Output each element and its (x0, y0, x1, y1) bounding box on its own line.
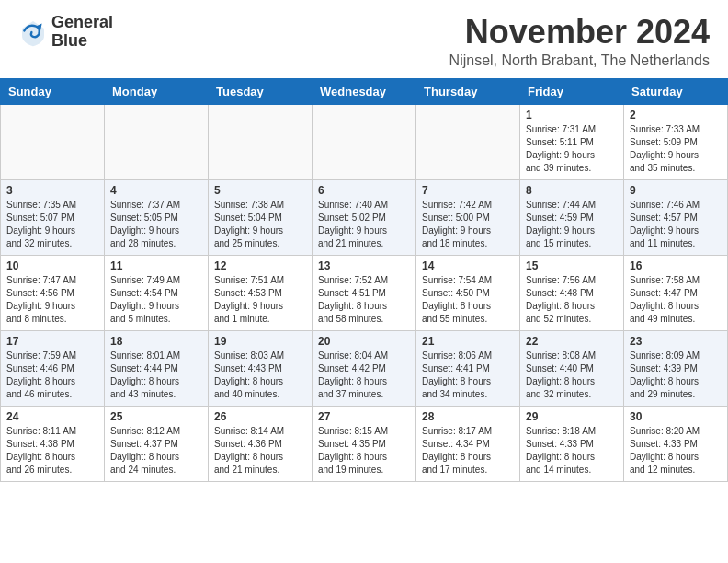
logo-blue: Blue (51, 32, 113, 51)
month-title: November 2024 (449, 14, 710, 51)
calendar: SundayMondayTuesdayWednesdayThursdayFrid… (0, 78, 728, 482)
calendar-cell: 23Sunrise: 8:09 AM Sunset: 4:39 PM Dayli… (624, 330, 728, 406)
day-number: 28 (422, 410, 514, 423)
day-number: 6 (318, 184, 410, 197)
logo-general: General (51, 14, 113, 32)
calendar-cell: 17Sunrise: 7:59 AM Sunset: 4:46 PM Dayli… (1, 330, 105, 406)
day-info: Sunrise: 8:03 AM Sunset: 4:43 PM Dayligh… (214, 350, 306, 401)
calendar-cell: 27Sunrise: 8:15 AM Sunset: 4:35 PM Dayli… (313, 406, 416, 481)
day-info: Sunrise: 7:33 AM Sunset: 5:09 PM Dayligh… (630, 123, 722, 175)
calendar-cell: 25Sunrise: 8:12 AM Sunset: 4:37 PM Dayli… (105, 406, 209, 481)
calendar-cell: 22Sunrise: 8:08 AM Sunset: 4:40 PM Dayli… (520, 330, 624, 406)
day-info: Sunrise: 8:06 AM Sunset: 4:41 PM Dayligh… (422, 350, 514, 401)
day-number: 27 (318, 410, 410, 423)
day-number: 9 (630, 184, 722, 197)
day-info: Sunrise: 8:04 AM Sunset: 4:42 PM Dayligh… (318, 350, 410, 401)
day-number: 16 (630, 259, 722, 272)
day-info: Sunrise: 8:01 AM Sunset: 4:44 PM Dayligh… (110, 350, 202, 401)
day-info: Sunrise: 7:52 AM Sunset: 4:51 PM Dayligh… (318, 274, 410, 326)
day-info: Sunrise: 7:44 AM Sunset: 4:59 PM Dayligh… (526, 199, 618, 250)
calendar-cell: 7Sunrise: 7:42 AM Sunset: 5:00 PM Daylig… (416, 179, 520, 255)
calendar-week-row: 1Sunrise: 7:31 AM Sunset: 5:11 PM Daylig… (1, 104, 728, 179)
day-number: 4 (110, 184, 202, 197)
day-info: Sunrise: 8:14 AM Sunset: 4:36 PM Dayligh… (214, 425, 306, 477)
day-info: Sunrise: 8:09 AM Sunset: 4:39 PM Dayligh… (630, 350, 722, 401)
day-info: Sunrise: 8:20 AM Sunset: 4:33 PM Dayligh… (630, 425, 722, 477)
day-number: 19 (214, 335, 306, 348)
day-info: Sunrise: 8:08 AM Sunset: 4:40 PM Dayligh… (526, 350, 618, 401)
calendar-cell: 11Sunrise: 7:49 AM Sunset: 4:54 PM Dayli… (105, 255, 209, 330)
weekday-header: Saturday (624, 78, 728, 104)
calendar-cell: 6Sunrise: 7:40 AM Sunset: 5:02 PM Daylig… (313, 179, 416, 255)
weekday-header: Monday (105, 78, 209, 104)
day-info: Sunrise: 8:12 AM Sunset: 4:37 PM Dayligh… (110, 425, 202, 477)
calendar-cell: 9Sunrise: 7:46 AM Sunset: 4:57 PM Daylig… (624, 179, 728, 255)
calendar-cell: 20Sunrise: 8:04 AM Sunset: 4:42 PM Dayli… (313, 330, 416, 406)
day-number: 26 (214, 410, 306, 423)
weekday-header: Wednesday (313, 78, 416, 104)
day-info: Sunrise: 8:18 AM Sunset: 4:33 PM Dayligh… (526, 425, 618, 477)
calendar-cell: 13Sunrise: 7:52 AM Sunset: 4:51 PM Dayli… (313, 255, 416, 330)
day-info: Sunrise: 7:38 AM Sunset: 5:04 PM Dayligh… (214, 199, 306, 250)
day-info: Sunrise: 7:47 AM Sunset: 4:56 PM Dayligh… (6, 274, 98, 326)
day-number: 8 (526, 184, 618, 197)
calendar-cell: 10Sunrise: 7:47 AM Sunset: 4:56 PM Dayli… (1, 255, 105, 330)
day-number: 14 (422, 259, 514, 272)
calendar-cell: 15Sunrise: 7:56 AM Sunset: 4:48 PM Dayli… (520, 255, 624, 330)
calendar-cell: 3Sunrise: 7:35 AM Sunset: 5:07 PM Daylig… (1, 179, 105, 255)
day-number: 10 (6, 259, 98, 272)
day-info: Sunrise: 7:35 AM Sunset: 5:07 PM Dayligh… (6, 199, 98, 250)
calendar-cell: 16Sunrise: 7:58 AM Sunset: 4:47 PM Dayli… (624, 255, 728, 330)
calendar-cell: 4Sunrise: 7:37 AM Sunset: 5:05 PM Daylig… (105, 179, 209, 255)
calendar-cell: 8Sunrise: 7:44 AM Sunset: 4:59 PM Daylig… (520, 179, 624, 255)
calendar-cell (416, 104, 520, 179)
day-number: 24 (6, 410, 98, 423)
calendar-week-row: 10Sunrise: 7:47 AM Sunset: 4:56 PM Dayli… (1, 255, 728, 330)
calendar-cell: 14Sunrise: 7:54 AM Sunset: 4:50 PM Dayli… (416, 255, 520, 330)
day-info: Sunrise: 7:56 AM Sunset: 4:48 PM Dayligh… (526, 274, 618, 326)
day-info: Sunrise: 7:59 AM Sunset: 4:46 PM Dayligh… (6, 350, 98, 401)
calendar-cell: 12Sunrise: 7:51 AM Sunset: 4:53 PM Dayli… (209, 255, 313, 330)
calendar-cell (105, 104, 209, 179)
day-number: 1 (526, 109, 618, 121)
header: General Blue November 2024 Nijnsel, Nort… (0, 0, 728, 78)
calendar-week-row: 17Sunrise: 7:59 AM Sunset: 4:46 PM Dayli… (1, 330, 728, 406)
day-number: 17 (6, 335, 98, 348)
day-info: Sunrise: 7:58 AM Sunset: 4:47 PM Dayligh… (630, 274, 722, 326)
day-number: 13 (318, 259, 410, 272)
calendar-cell: 30Sunrise: 8:20 AM Sunset: 4:33 PM Dayli… (624, 406, 728, 481)
day-info: Sunrise: 7:31 AM Sunset: 5:11 PM Dayligh… (526, 123, 618, 175)
day-number: 11 (110, 259, 202, 272)
day-number: 7 (422, 184, 514, 197)
day-number: 23 (630, 335, 722, 348)
weekday-header: Tuesday (209, 78, 313, 104)
calendar-cell: 18Sunrise: 8:01 AM Sunset: 4:44 PM Dayli… (105, 330, 209, 406)
day-number: 22 (526, 335, 618, 348)
calendar-cell: 2Sunrise: 7:33 AM Sunset: 5:09 PM Daylig… (624, 104, 728, 179)
logo: General Blue (18, 14, 113, 51)
day-info: Sunrise: 7:51 AM Sunset: 4:53 PM Dayligh… (214, 274, 306, 326)
title-section: November 2024 Nijnsel, North Brabant, Th… (449, 14, 710, 69)
calendar-cell (209, 104, 313, 179)
calendar-cell: 26Sunrise: 8:14 AM Sunset: 4:36 PM Dayli… (209, 406, 313, 481)
calendar-cell: 29Sunrise: 8:18 AM Sunset: 4:33 PM Dayli… (520, 406, 624, 481)
calendar-cell (1, 104, 105, 179)
weekday-header: Friday (520, 78, 624, 104)
day-number: 2 (630, 109, 722, 121)
day-number: 3 (6, 184, 98, 197)
calendar-cell: 24Sunrise: 8:11 AM Sunset: 4:38 PM Dayli… (1, 406, 105, 481)
day-info: Sunrise: 7:46 AM Sunset: 4:57 PM Dayligh… (630, 199, 722, 250)
calendar-week-row: 24Sunrise: 8:11 AM Sunset: 4:38 PM Dayli… (1, 406, 728, 481)
weekday-header: Thursday (416, 78, 520, 104)
calendar-cell: 21Sunrise: 8:06 AM Sunset: 4:41 PM Dayli… (416, 330, 520, 406)
day-info: Sunrise: 7:54 AM Sunset: 4:50 PM Dayligh… (422, 274, 514, 326)
day-number: 12 (214, 259, 306, 272)
day-info: Sunrise: 7:40 AM Sunset: 5:02 PM Dayligh… (318, 199, 410, 250)
day-number: 29 (526, 410, 618, 423)
day-info: Sunrise: 7:37 AM Sunset: 5:05 PM Dayligh… (110, 199, 202, 250)
calendar-cell: 5Sunrise: 7:38 AM Sunset: 5:04 PM Daylig… (209, 179, 313, 255)
weekday-header: Sunday (1, 78, 105, 104)
weekday-header-row: SundayMondayTuesdayWednesdayThursdayFrid… (1, 78, 728, 104)
day-number: 18 (110, 335, 202, 348)
calendar-cell: 19Sunrise: 8:03 AM Sunset: 4:43 PM Dayli… (209, 330, 313, 406)
